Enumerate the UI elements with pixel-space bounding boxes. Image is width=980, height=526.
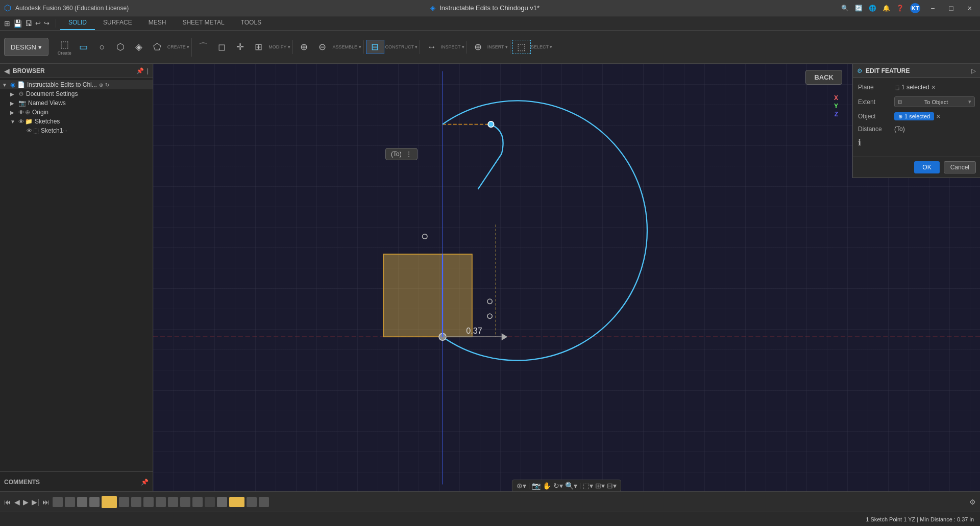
ef-ok-btn[interactable]: OK — [914, 161, 939, 173]
measure-btn[interactable]: ↔ — [422, 41, 440, 54]
tree-item-origin[interactable]: ▶ 👁 ⊕ Origin — [0, 108, 153, 117]
loft-btn[interactable]: ◈ — [130, 38, 148, 57]
minimize-btn[interactable]: − — [926, 4, 939, 12]
undo-btn[interactable]: ↩ — [35, 19, 41, 27]
snap-icon[interactable]: ⊕▾ — [517, 482, 526, 490]
mirror-btn[interactable]: ⬠ — [148, 38, 166, 57]
shell-icon: ◻ — [218, 41, 226, 53]
title-bar-left: ⬡ Autodesk Fusion 360 (Education License… — [4, 3, 129, 13]
timeline-thumb[interactable] — [102, 496, 117, 508]
ef-object-clear[interactable]: × — [936, 112, 940, 120]
timeline-prev-btn[interactable]: ◀ — [14, 498, 20, 506]
ef-object-label: Object — [858, 113, 891, 120]
bell-icon[interactable]: 🔔 — [883, 5, 890, 12]
tree-item-doc-settings[interactable]: ▶ ⚙ Document Settings — [0, 89, 153, 98]
ef-cancel-btn[interactable]: Cancel — [944, 161, 976, 173]
create-sketch-btn[interactable]: ⬚ Create — [55, 38, 75, 57]
timeline-item-13[interactable] — [217, 497, 227, 507]
globe-icon[interactable]: 🌐 — [869, 5, 876, 12]
modify-group: ⌒ ◻ ✛ ⊞ MODIFY ▾ — [192, 40, 292, 54]
comments-pin[interactable]: 📌 — [141, 479, 149, 486]
timeline-item-6[interactable] — [131, 497, 141, 507]
timeline-next-btn[interactable]: ▶| — [32, 498, 39, 506]
timeline-item-10[interactable] — [180, 497, 190, 507]
canvas-popup[interactable]: (To) ⋮ — [385, 148, 418, 160]
ef-plane-clear[interactable]: × — [932, 83, 936, 91]
align-btn[interactable]: ⊞ — [249, 40, 267, 54]
pan-icon[interactable]: ✋ — [543, 482, 551, 490]
zoom-icon[interactable]: 🔍▾ — [565, 482, 577, 490]
browser-more-btn[interactable]: | — [147, 67, 149, 74]
joint-btn[interactable]: ⊕ — [295, 40, 313, 54]
timeline-item-7[interactable] — [143, 497, 154, 507]
timeline-item-1[interactable] — [53, 497, 63, 507]
browser-collapse-btn[interactable]: ◀ — [4, 67, 10, 75]
tree-item-root[interactable]: ▼ ◉ 📄 Instructable Edits to Chi... ⊕ ↻ — [0, 80, 153, 89]
measure-icon: ↔ — [427, 42, 436, 53]
orbit-icon[interactable]: ↻▾ — [553, 482, 563, 490]
browser-pin-btn[interactable]: 📌 — [136, 67, 144, 74]
close-btn[interactable]: × — [964, 4, 976, 12]
capture-icon[interactable]: 📷 — [532, 482, 541, 490]
timeline-item-4[interactable] — [89, 497, 100, 507]
tree-item-sketches[interactable]: ▼ 👁 📁 Sketches — [0, 117, 153, 126]
search-icon[interactable]: 🔍 — [841, 5, 849, 12]
popup-more[interactable]: ⋮ — [406, 151, 412, 158]
tab-mesh[interactable]: MESH — [140, 16, 175, 30]
ef-extent-dropdown[interactable]: ⊟ To Object ▾ — [894, 96, 975, 107]
shell-btn[interactable]: ◻ — [212, 40, 231, 54]
help-icon[interactable]: ❓ — [896, 5, 904, 12]
tab-solid[interactable]: SOLID — [60, 16, 95, 30]
grid-view-icon[interactable]: ⊞▾ — [595, 482, 605, 490]
tab-sheetmetal[interactable]: SHEET METAL — [174, 16, 232, 30]
tab-surface[interactable]: SURFACE — [95, 16, 140, 30]
tree-item-icon1[interactable]: ⊕ — [99, 82, 103, 88]
timeline-item-16[interactable] — [259, 497, 269, 507]
save-btn2[interactable]: 🖫 — [25, 19, 32, 28]
fillet-btn[interactable]: ⌒ — [194, 40, 212, 54]
maximize-btn[interactable]: □ — [945, 4, 957, 12]
grid-icon[interactable]: ⊞ — [4, 19, 10, 28]
timeline-end-btn[interactable]: ⏭ — [42, 498, 50, 506]
revolve-btn[interactable]: ○ — [93, 38, 111, 57]
insert-btn[interactable]: ⊕ — [469, 40, 487, 54]
timeline-play-btn[interactable]: ▶ — [23, 498, 29, 506]
ef-collapse-btn[interactable]: ▷ — [971, 67, 976, 74]
design-chevron: ▾ — [38, 43, 42, 51]
timeline-item-15[interactable] — [247, 497, 257, 507]
timeline-item-3[interactable] — [77, 497, 87, 507]
move-btn[interactable]: ✛ — [231, 40, 249, 54]
sweep-btn[interactable]: ⬡ — [111, 38, 130, 57]
separator1: | — [528, 482, 530, 489]
timeline-item-11[interactable] — [192, 497, 203, 507]
timeline-item-12[interactable] — [205, 497, 215, 507]
timeline-item-2[interactable] — [65, 497, 75, 507]
timeline-item-5[interactable] — [119, 497, 129, 507]
avatar[interactable]: KT — [910, 3, 920, 13]
tab-tools[interactable]: TOOLS — [233, 16, 270, 30]
save-icon[interactable]: 💾 — [13, 19, 22, 28]
plane-btn[interactable]: ⊟ — [366, 40, 384, 54]
tree-item-named-views[interactable]: ▶ 📷 Named Views — [0, 98, 153, 108]
timeline-start-btn[interactable]: ⏮ — [4, 498, 11, 506]
panel-icon[interactable]: ⊟▾ — [607, 482, 617, 490]
sync-icon[interactable]: 🔄 — [855, 5, 863, 12]
tree-item-sketch1[interactable]: ▶ 👁 ⬚ Sketch1 ··· — [0, 126, 153, 135]
redo-btn[interactable]: ↪ — [44, 19, 50, 27]
display-icon[interactable]: ⬚▾ — [583, 482, 593, 490]
tree-item-icon2[interactable]: ↻ — [105, 82, 109, 88]
ef-extent-icon: ⊟ — [898, 99, 902, 105]
ef-info-icon[interactable]: ℹ — [858, 138, 861, 147]
timeline-item-14[interactable] — [229, 497, 244, 507]
canvas-area[interactable]: BACK X Y Z — [153, 64, 980, 492]
timeline-item-8[interactable] — [156, 497, 166, 507]
select-btn[interactable]: ⬚ — [512, 40, 531, 54]
extrude-btn[interactable]: ▭ — [75, 38, 93, 57]
timeline-settings-btn[interactable]: ⚙ — [969, 498, 976, 506]
design-button[interactable]: DESIGN ▾ — [4, 38, 48, 56]
component-btn[interactable]: ⊖ — [313, 40, 332, 54]
browser-panel: ◀ BROWSER 📌 | ▼ ◉ 📄 Instructable Edits t… — [0, 64, 153, 492]
ef-title: EDIT FEATURE — [866, 67, 910, 74]
timeline-item-9[interactable] — [168, 497, 178, 507]
svg-text:0.37: 0.37 — [466, 326, 482, 335]
